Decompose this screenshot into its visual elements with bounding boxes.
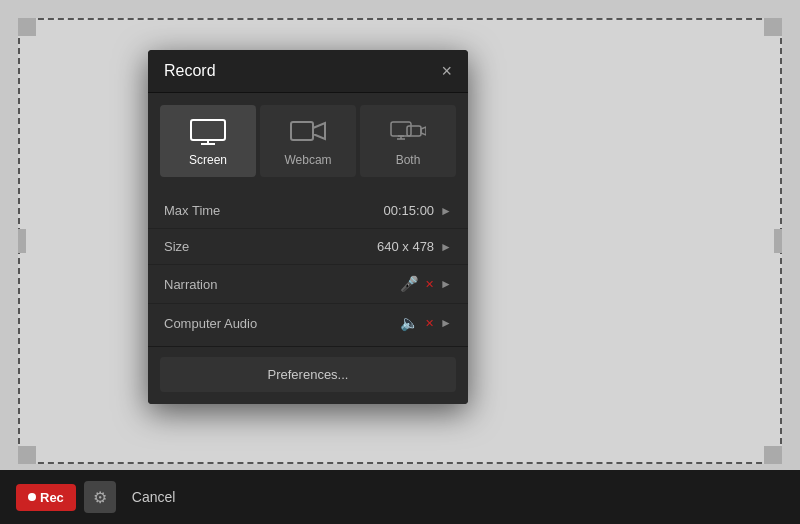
mode-screen-label: Screen — [189, 153, 227, 167]
corner-tr — [764, 18, 782, 36]
mode-both-label: Both — [396, 153, 421, 167]
dialog-title: Record — [164, 62, 216, 80]
computer-audio-status-x: ✕ — [425, 317, 434, 330]
speaker-icon: 🔈 — [400, 314, 419, 332]
svg-rect-0 — [191, 120, 225, 140]
corner-bl — [18, 446, 36, 464]
both-icon — [390, 119, 426, 145]
computer-audio-arrow[interactable]: ► — [440, 316, 452, 330]
handle-right[interactable] — [774, 229, 782, 253]
setting-narration: Narration 🎤 ✕ ► — [148, 265, 468, 304]
mode-webcam[interactable]: Webcam — [260, 105, 356, 177]
gear-icon: ⚙ — [93, 488, 107, 507]
dialog-header: Record × — [148, 50, 468, 93]
max-time-value-group: 00:15:00 ► — [384, 203, 453, 218]
cancel-button[interactable]: Cancel — [124, 483, 184, 511]
size-label: Size — [164, 239, 189, 254]
bottom-bar: Rec ⚙ Cancel — [0, 470, 800, 524]
handle-left[interactable] — [18, 229, 26, 253]
rec-button[interactable]: Rec — [16, 484, 76, 511]
setting-size: Size 640 x 478 ► — [148, 229, 468, 265]
narration-arrow[interactable]: ► — [440, 277, 452, 291]
corner-br — [764, 446, 782, 464]
size-value: 640 x 478 — [377, 239, 434, 254]
corner-tl — [18, 18, 36, 36]
rec-label: Rec — [40, 490, 64, 505]
gear-button[interactable]: ⚙ — [84, 481, 116, 513]
computer-audio-value-group: 🔈 ✕ ► — [400, 314, 452, 332]
settings-area: Max Time 00:15:00 ► Size 640 x 478 ► Nar… — [148, 189, 468, 346]
narration-label: Narration — [164, 277, 217, 292]
svg-rect-4 — [291, 122, 313, 140]
mode-screen[interactable]: Screen — [160, 105, 256, 177]
svg-rect-10 — [407, 126, 421, 136]
preferences-button[interactable]: Preferences... — [160, 357, 456, 392]
svg-marker-11 — [421, 127, 426, 135]
size-value-group: 640 x 478 ► — [377, 239, 452, 254]
svg-marker-5 — [313, 123, 325, 139]
mode-webcam-label: Webcam — [284, 153, 331, 167]
close-button[interactable]: × — [441, 62, 452, 80]
svg-rect-6 — [391, 122, 411, 136]
rec-dot — [28, 493, 36, 501]
max-time-value: 00:15:00 — [384, 203, 435, 218]
mic-icon: 🎤 — [400, 275, 419, 293]
mode-selector: Screen Webcam — [148, 93, 468, 189]
preferences-area: Preferences... — [148, 346, 468, 404]
setting-computer-audio: Computer Audio 🔈 ✕ ► — [148, 304, 468, 342]
mode-both[interactable]: Both — [360, 105, 456, 177]
size-arrow[interactable]: ► — [440, 240, 452, 254]
narration-status-x: ✕ — [425, 278, 434, 291]
narration-value-group: 🎤 ✕ ► — [400, 275, 452, 293]
max-time-arrow[interactable]: ► — [440, 204, 452, 218]
setting-max-time: Max Time 00:15:00 ► — [148, 193, 468, 229]
screen-icon — [190, 119, 226, 145]
record-dialog: Record × Screen Web — [148, 50, 468, 404]
webcam-icon — [290, 119, 326, 145]
computer-audio-label: Computer Audio — [164, 316, 257, 331]
max-time-label: Max Time — [164, 203, 220, 218]
